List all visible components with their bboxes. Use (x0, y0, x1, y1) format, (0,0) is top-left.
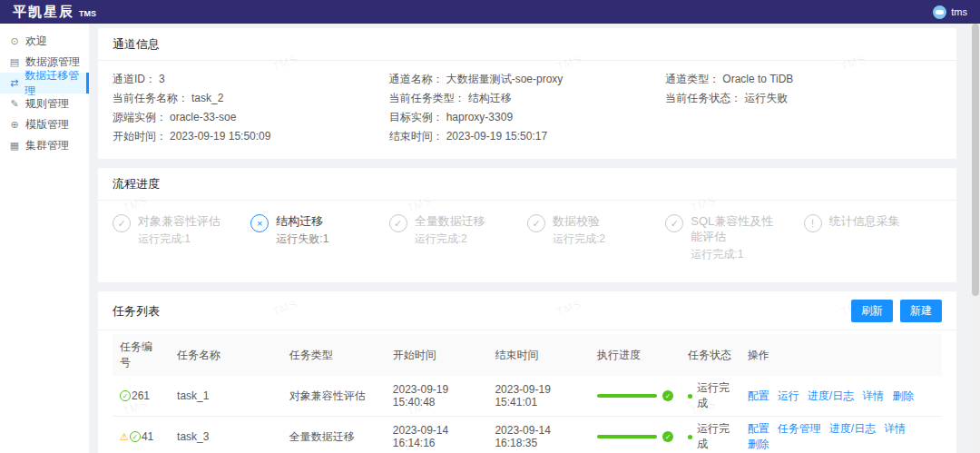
channel-field: 结束时间：2023-09-19 15:50:17 (389, 127, 666, 146)
task-type: 对象兼容性评估 (282, 376, 386, 417)
operation-link[interactable]: 详情 (884, 422, 906, 435)
brand: 平凯星辰 TMS (13, 4, 96, 21)
channel-fields: 通道ID：3 当前任务名称：task_2 源端实例：oracle-33-soe … (98, 61, 956, 159)
sidebar-item-icon: ⊕ (9, 119, 20, 131)
progress-bar (597, 394, 657, 398)
refresh-button[interactable]: 刷新 (851, 300, 893, 322)
sidebar-item[interactable]: ▦ 集群管理 (0, 135, 89, 156)
user-menu[interactable]: tms (933, 5, 967, 19)
task-progress: ✓ (597, 390, 673, 401)
task-table-header: 任务编号任务名称任务类型开始时间结束时间执行进度任务状态操作 (113, 334, 942, 376)
sidebar-item-icon: ✎ (9, 98, 20, 110)
step-state-icon: ✓ (389, 214, 407, 232)
channel-field: 当前任务名称：task_2 (113, 89, 389, 108)
task-name-line: task_3 (177, 429, 275, 444)
operation-link[interactable]: 配置 (748, 422, 769, 435)
new-task-button[interactable]: 新建 (900, 300, 942, 322)
field-label: 当前任务状态： (665, 92, 741, 104)
sidebar: ⊙ 欢迎 ▤ 数据源管理 ⇄ 数据迁移管理 ✎ 规则管理 ⊕ 模版管理 ▦ 集群… (0, 24, 89, 453)
task-done-icon: ✓ (130, 431, 141, 442)
operation-link[interactable]: 删除 (892, 389, 914, 402)
channel-field: 通道名称：大数据量测试-soe-proxy (389, 70, 666, 89)
task-type: 全量数据迁移 (282, 417, 386, 453)
page-scrollbar[interactable] (971, 24, 980, 453)
task-list-title: 任务列表 刷新 新建 (98, 291, 956, 330)
operation-link[interactable]: 进度/日志 (808, 389, 854, 402)
operation-link[interactable]: 任务管理 (778, 422, 821, 435)
user-avatar-icon (933, 5, 946, 19)
step-label: 对象兼容性评估 (138, 213, 220, 229)
field-label: 源端实例： (113, 111, 167, 123)
sidebar-item[interactable]: ⇄ 数据迁移管理 (0, 73, 89, 94)
field-label: 结束时间： (389, 130, 444, 143)
operation-link[interactable]: 进度/日志 (829, 422, 876, 435)
sidebar-item-label: 模版管理 (25, 117, 69, 133)
progress-complete-icon: ✓ (662, 390, 673, 401)
task-table-row: ⚠ ✓ 261 task_1 对象兼容性评估 2023-09-19 15:40:… (113, 376, 942, 417)
task-progress: ✓ (597, 431, 673, 442)
task-done-icon: ✓ (120, 390, 131, 401)
task-name: task_3 (170, 417, 282, 453)
scrollbar-thumb[interactable] (972, 24, 979, 296)
sidebar-item[interactable]: ⊙ 欢迎 (0, 31, 89, 52)
status-dot (688, 394, 692, 399)
task-operations: 配置运行进度/日志详情删除 (740, 376, 942, 417)
column-header: 任务名称 (170, 334, 282, 376)
progress-steps: ✓ 对象兼容性评估 运行完成:1 × 结构迁移 运行失败:1 ✓ 全量数据迁移 … (98, 201, 956, 282)
channel-field: 通道类型：Oracle to TiDB (665, 70, 942, 89)
operation-link[interactable]: 配置 (748, 389, 769, 402)
field-value: 大数据量测试-soe-proxy (446, 73, 564, 85)
step-label: 统计信息采集 (829, 213, 900, 229)
task-list-title-text: 任务列表 (113, 303, 160, 320)
task-id: 41 (142, 430, 153, 443)
step-substatus: 运行失败:1 (276, 231, 328, 247)
field-value: 2023-09-19 15:50:17 (446, 130, 547, 143)
progress-complete-icon: ✓ (662, 431, 673, 442)
sidebar-item-label: 集群管理 (25, 138, 69, 153)
step-state-icon: ✓ (665, 214, 683, 232)
warning-icon: ⚠ (120, 432, 129, 442)
task-list-card: 任务列表 刷新 新建 任务编号任务名称任务类型开始时间结束时间执行进度任务状态操… (98, 291, 956, 453)
channel-info-title-text: 通道信息 (113, 36, 160, 53)
progress-step: ✓ 对象兼容性评估 运行完成:1 (113, 213, 250, 262)
channel-field: 开始时间：2023-09-19 15:50:09 (113, 127, 389, 146)
operation-link[interactable]: 运行 (778, 389, 799, 402)
step-substatus: 运行完成:1 (138, 231, 220, 247)
step-label: 数据校验 (553, 213, 605, 229)
field-label: 当前任务名称： (113, 92, 189, 104)
task-start-time: 2023-09-14 16:14:16 (386, 417, 488, 453)
sidebar-item[interactable]: ⊕ 模版管理 (0, 114, 89, 135)
channel-field: 目标实例：haproxy-3309 (389, 108, 666, 127)
field-label: 通道ID： (113, 73, 156, 85)
task-start-time: 2023-09-19 15:40:48 (386, 376, 488, 417)
field-value: oracle-33-soe (170, 111, 236, 123)
field-value: 运行失败 (744, 92, 788, 104)
progress-card: 流程进度 ✓ 对象兼容性评估 运行完成:1 × 结构迁移 运行失败:1 ✓ 全量… (98, 168, 956, 282)
sidebar-item-label: 欢迎 (25, 34, 47, 49)
task-name: task_1 (170, 376, 282, 417)
brand-sub: TMS (79, 9, 96, 18)
task-status: 运行完成 (697, 421, 733, 452)
task-operations: 配置任务管理进度/日志详情删除 (740, 417, 942, 453)
field-value: 2023-09-19 15:50:09 (170, 130, 270, 143)
field-label: 目标实例： (389, 111, 444, 123)
progress-step: ! 统计信息采集 (804, 213, 942, 262)
main-content: 通道信息 通道ID：3 当前任务名称：task_2 源端实例：oracle-33… (89, 24, 971, 453)
field-value: task_2 (191, 92, 223, 104)
progress-step: ✓ 全量数据迁移 运行完成:2 (389, 213, 527, 262)
task-end-time: 2023-09-19 15:41:01 (487, 376, 590, 417)
column-header: 任务状态 (681, 334, 740, 376)
progress-step: ✓ SQL兼容性及性能评估 运行完成:1 (665, 213, 803, 262)
task-table-row: ⚠ ✓ 41 task_3 全量数据迁移 2023-09-14 16:14:16… (113, 417, 942, 453)
progress-step: × 结构迁移 运行失败:1 (250, 213, 388, 262)
step-substatus: 运行完成:2 (415, 231, 485, 247)
field-label: 通道类型： (665, 73, 720, 85)
sidebar-item-icon: ▦ (9, 140, 20, 152)
step-label: 全量数据迁移 (415, 213, 485, 229)
operation-link[interactable]: 详情 (862, 389, 884, 402)
task-end-time: 2023-09-14 16:18:35 (487, 417, 590, 453)
operation-link[interactable]: 删除 (748, 438, 769, 450)
step-label: SQL兼容性及性能评估 (691, 213, 774, 244)
progress-step: ✓ 数据校验 运行完成:2 (527, 213, 665, 262)
step-substatus: 运行完成:2 (553, 231, 605, 247)
